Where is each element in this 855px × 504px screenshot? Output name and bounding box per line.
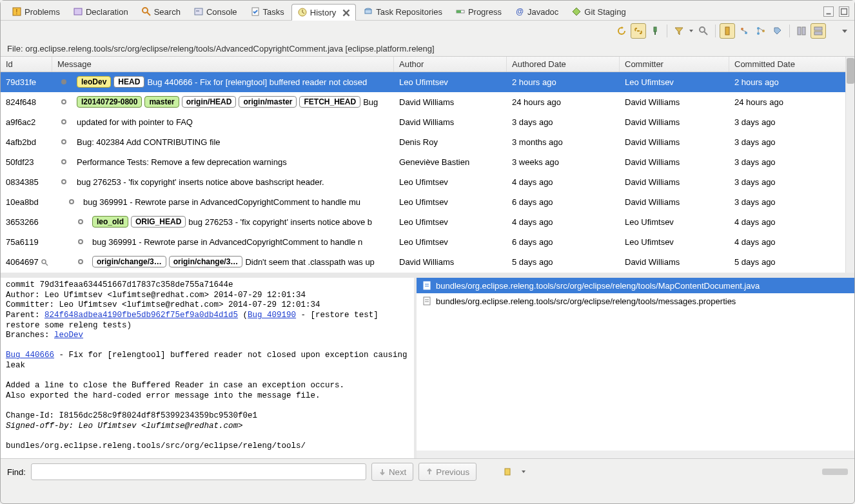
close-icon[interactable] [341, 8, 350, 17]
ref-tag[interactable]: master [144, 96, 179, 108]
table-row[interactable]: 0834385 bug 276253 - 'fix copyright' ins… [1, 172, 854, 192]
table-row[interactable]: a9f6ac2 updated for with pointer to FAQD… [1, 112, 854, 132]
find-previous-button[interactable]: Previous [418, 463, 477, 481]
commit-message-cell: origin/change/3…origin/change/3… Didn't … [52, 256, 394, 267]
ref-tag[interactable]: leo_old [92, 216, 128, 228]
cell-cdate: 3 days ago [729, 197, 854, 207]
table-row[interactable]: 3653266leo_oldORIG_HEAD bug 276253 - 'fi… [1, 212, 854, 232]
find-button[interactable] [696, 23, 711, 39]
ref-tag[interactable]: origin/master [239, 96, 297, 108]
pin-button[interactable] [647, 23, 663, 39]
horizontal-scrollbar[interactable] [417, 451, 854, 458]
col-id[interactable]: Id [1, 57, 52, 72]
refresh-button[interactable] [614, 23, 629, 39]
changed-file-row[interactable]: bundles/org.eclipse.releng.tools/src/org… [417, 278, 854, 293]
file-path: org.eclipse.releng.tools/src/org/eclipse… [25, 44, 434, 53]
tab-javadoc[interactable]: @Javadoc [509, 3, 564, 20]
lower-panes: commit 79d31feaa634451667d17837c358de755… [1, 278, 854, 458]
table-row[interactable]: 75a6119 bug 369991 - Rewrote parse in Ad… [1, 232, 854, 252]
tab-progress[interactable]: Progress [449, 3, 507, 20]
table-row[interactable]: 824f648I20140729-0800masterorigin/HEADor… [1, 92, 854, 112]
gitstaging-icon [571, 6, 582, 17]
cell-cdate: 5 days ago [729, 257, 854, 267]
find-next-button[interactable]: Next [371, 463, 413, 481]
view-tabs: !Problems Declaration Search Console Tas… [1, 1, 854, 21]
col-message[interactable]: Message [52, 57, 394, 72]
show-all-branches-button[interactable] [720, 23, 735, 39]
show-tags-button[interactable] [770, 23, 785, 39]
minimize-view-button[interactable] [823, 6, 834, 17]
file-path: bundles/org.eclipse.releng.tools/src/org… [436, 281, 760, 291]
tab-git-staging[interactable]: Git Staging [565, 3, 631, 20]
bug-link[interactable]: Bug 440666 [6, 351, 54, 360]
table-row[interactable]: 4afb2bd Bug: 402384 Add CONTRIBUTING fil… [1, 132, 854, 152]
filter-button[interactable] [671, 23, 687, 39]
ref-tag[interactable]: origin/HEAD [182, 96, 237, 108]
commit-message-cell: bug 276253 - 'fix copyright' inserts not… [52, 177, 394, 187]
table-row[interactable]: 10ea8bd bug 369991 - Rewrote parse in Ad… [1, 192, 854, 212]
toolbar-extra-button[interactable] [500, 464, 515, 480]
cell-committer: David Williams [620, 257, 729, 267]
svg-rect-5 [195, 8, 202, 15]
tab-tasks[interactable]: Tasks [244, 3, 290, 20]
table-row[interactable]: 4064697 origin/change/3…origin/change/3…… [1, 252, 854, 271]
layout-horizontal-button[interactable] [811, 23, 826, 39]
progress-icon [455, 6, 466, 17]
ref-tag[interactable]: I20140729-0800 [77, 96, 142, 108]
cell-committer: David Williams [620, 157, 729, 167]
resize-grip[interactable] [822, 469, 848, 475]
history-icon [297, 7, 308, 17]
filter-dropdown[interactable] [688, 23, 694, 39]
parent-bug-link[interactable]: Bug 409190 [248, 311, 296, 320]
tab-declaration[interactable]: Declaration [67, 3, 134, 20]
tab-problems[interactable]: !Problems [6, 3, 66, 20]
col-author[interactable]: Author [394, 57, 507, 72]
find-input[interactable] [31, 463, 366, 480]
compare-mode-button[interactable] [736, 23, 752, 39]
commit-message-cell: leo_oldORIG_HEAD bug 276253 - 'fix copyr… [52, 216, 394, 228]
table-row[interactable]: 79d31feleoDevHEAD Bug 440666 - Fix for [… [1, 72, 854, 92]
vertical-scrollbar[interactable] [845, 57, 854, 273]
ref-tag[interactable]: origin/change/3… [92, 256, 166, 267]
tab-label: Javadoc [527, 7, 558, 17]
svg-rect-31 [798, 27, 801, 35]
svg-rect-37 [424, 282, 430, 289]
cell-cdate: 3 days ago [729, 157, 854, 167]
svg-rect-33 [814, 27, 822, 30]
toolbar-extra-dropdown[interactable] [520, 464, 527, 480]
maximize-view-button[interactable] [839, 6, 849, 17]
commit-detail[interactable]: commit 79d31feaa634451667d17837c358de755… [1, 278, 417, 458]
commit-message: Bug [363, 97, 378, 107]
layout-vertical-button[interactable] [794, 23, 809, 39]
cell-author: David Williams [394, 117, 507, 127]
changed-file-row[interactable]: bundles/org.eclipse.releng.tools/src/org… [417, 293, 854, 309]
show-branches-button[interactable] [753, 23, 769, 39]
col-committer[interactable]: Committer [620, 57, 729, 72]
ref-tag[interactable]: HEAD [113, 76, 144, 88]
ref-tag[interactable]: origin/change/3… [169, 256, 243, 267]
parent-link[interactable]: 824f648adbea4190fbe5db962f75ef9a0db4d1d5 [44, 311, 238, 320]
tab-history[interactable]: History [291, 4, 356, 21]
ref-tag[interactable]: FETCH_HEAD [299, 96, 360, 108]
ref-tag[interactable]: ORIG_HEAD [131, 216, 186, 228]
col-authored-date[interactable]: Authored Date [507, 57, 620, 72]
cell-adate: 24 hours ago [507, 97, 620, 107]
svg-rect-24 [725, 27, 729, 35]
cell-adate: 4 days ago [507, 177, 620, 187]
tab-task-repositories[interactable]: Task Repositories [357, 3, 448, 20]
svg-rect-34 [814, 32, 822, 35]
tab-console[interactable]: Console [188, 3, 243, 20]
file-path-bar: File: org.eclipse.releng.tools/src/org/e… [1, 41, 854, 56]
tab-search[interactable]: Search [135, 3, 186, 20]
branch-link[interactable]: leoDev [54, 331, 83, 340]
ref-tag[interactable]: leoDev [77, 76, 111, 88]
commit-message: Performance Tests: Remove a few deprecat… [77, 157, 287, 167]
cell-adate: 4 days ago [507, 217, 620, 227]
table-row[interactable]: 50fdf23 Performance Tests: Remove a few … [1, 152, 854, 172]
table-body[interactable]: 79d31feleoDevHEAD Bug 440666 - Fix for [… [1, 72, 854, 271]
view-menu[interactable] [841, 23, 848, 39]
horizontal-splitter[interactable] [1, 273, 854, 278]
svg-text:!: ! [16, 8, 18, 15]
col-committed-date[interactable]: Committed Date [729, 57, 854, 72]
link-selection-button[interactable] [631, 23, 646, 39]
